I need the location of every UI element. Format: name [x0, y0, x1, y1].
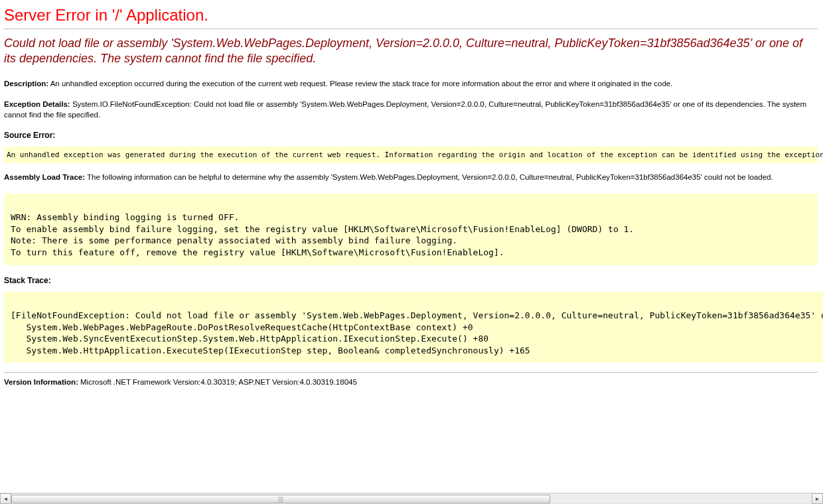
description-label: Description: [4, 80, 48, 88]
exception-details-label: Exception Details: [4, 100, 70, 108]
page-inner: Server Error in '/' Application. Could n… [4, 6, 823, 386]
error-subtitle: Could not load file or assembly 'System.… [4, 36, 818, 67]
scroll-right-button[interactable]: ► [812, 493, 823, 504]
assembly-load-trace-label: Assembly Load Trace: [4, 173, 85, 181]
assembly-load-trace-section: Assembly Load Trace: The following infor… [4, 172, 818, 183]
title-divider [4, 29, 818, 29]
page-content: Server Error in '/' Application. Could n… [0, 0, 823, 493]
version-info: Version Information: Microsoft .NET Fram… [4, 378, 818, 386]
source-error-label: Source Error: [4, 131, 823, 140]
assembly-load-box: WRN: Assembly binding logging is turned … [4, 194, 818, 265]
chevron-right-icon: ► [815, 496, 820, 502]
assembly-load-trace-text: The following information can be helpful… [87, 173, 773, 181]
bottom-divider [4, 372, 818, 373]
chevron-left-icon: ◄ [3, 496, 9, 502]
description-section: Description: An unhandled exception occu… [4, 79, 818, 90]
exception-details-section: Exception Details: System.IO.FileNotFoun… [4, 99, 818, 120]
scrollbar-thumb[interactable] [11, 495, 550, 503]
description-text: An unhandled exception occurred during t… [50, 80, 673, 88]
horizontal-scrollbar[interactable]: ◄ ► [0, 493, 823, 504]
version-label: Version Information: [4, 378, 78, 386]
source-error-box: An unhandled exception was generated dur… [4, 147, 818, 163]
scroll-left-button[interactable]: ◄ [0, 493, 11, 504]
version-text: Microsoft .NET Framework Version:4.0.303… [80, 378, 357, 386]
exception-details-text: System.IO.FileNotFoundException: Could n… [4, 100, 806, 119]
scrollbar-track[interactable] [11, 493, 812, 504]
stack-trace-label: Stack Trace: [4, 276, 823, 285]
stack-trace-box: [FileNotFoundException: Could not load f… [4, 292, 823, 363]
page-title: Server Error in '/' Application. [4, 6, 823, 25]
